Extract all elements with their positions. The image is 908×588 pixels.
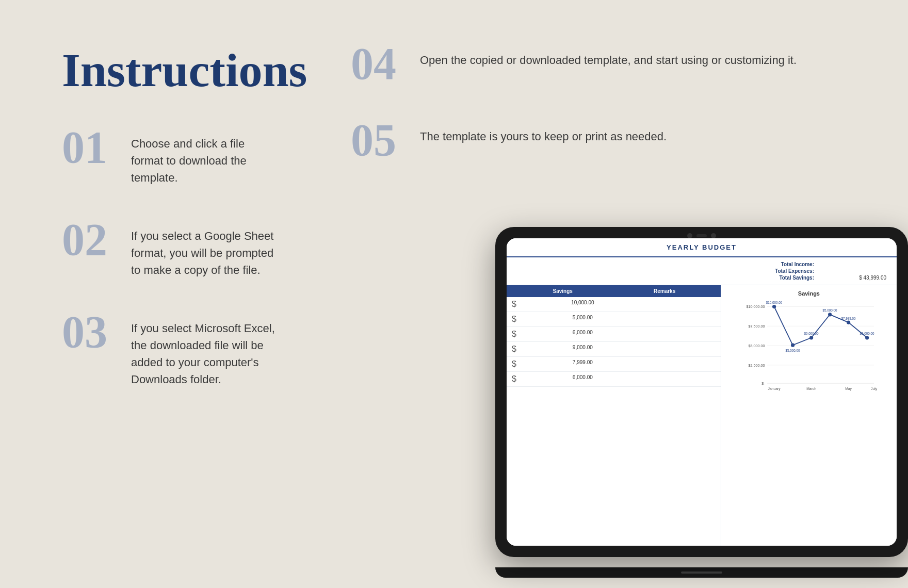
dollar-sign: $ xyxy=(512,300,539,309)
col-header-remarks: Remarks xyxy=(613,288,715,294)
step-2-number: 02 xyxy=(62,217,119,263)
step-2-text: If you select a Google Sheet format, you… xyxy=(131,217,279,279)
savings-chart-svg: $10,000.00 $7,500.00 $5,000.00 $2,500.00… xyxy=(726,300,891,393)
savings-value: $ 43,999.00 xyxy=(835,275,886,281)
home-indicator xyxy=(681,571,722,574)
svg-point-15 xyxy=(865,336,869,339)
dollar-sign: $ xyxy=(512,330,539,339)
step-3-text: If you select Microsoft Excel, the downl… xyxy=(131,309,279,388)
sheet-summary: Total Income: Total Expenses: Total Savi… xyxy=(507,257,897,285)
summary-row-expenses: Total Expenses: xyxy=(752,268,886,274)
tablet-mic xyxy=(696,234,707,237)
step-4: 04 Open the copied or downloaded templat… xyxy=(351,41,867,87)
step-5: 05 The template is yours to keep or prin… xyxy=(351,118,867,163)
chart-section: Savings $10,000.00 $7,500.00 $5,000.00 $… xyxy=(721,285,897,546)
tablet-device: YEARLY BUDGET Total Income: Total Expens… xyxy=(495,237,908,588)
table-row: $ 6,000.00 xyxy=(507,327,721,342)
sheet-body: Savings Remarks $ 10,000.00 xyxy=(507,285,897,546)
table-row: $ 6,000.00 xyxy=(507,372,721,387)
svg-text:$2,500.00: $2,500.00 xyxy=(748,363,765,368)
right-column: 04 Open the copied or downloaded templat… xyxy=(320,0,908,588)
right-top-steps: 04 Open the copied or downloaded templat… xyxy=(351,41,867,163)
svg-text:$5,000.00: $5,000.00 xyxy=(822,308,837,312)
chart-area: $10,000.00 $7,500.00 $5,000.00 $2,500.00… xyxy=(726,300,891,393)
sheet-table-section: Savings Remarks $ 10,000.00 xyxy=(507,285,721,546)
tablet-camera-bar xyxy=(687,233,716,238)
table-row: $ 5,000.00 xyxy=(507,312,721,327)
step-4-text: Open the copied or downloaded template, … xyxy=(420,41,797,69)
amount-2: 5,000.00 xyxy=(539,315,627,324)
page-container: Instructions 01 Choose and click a file … xyxy=(0,0,908,588)
table-row: $ 10,000.00 xyxy=(507,297,721,312)
sheet-table-header: Savings Remarks xyxy=(507,285,721,297)
col-header-savings: Savings xyxy=(512,288,613,294)
svg-point-13 xyxy=(828,313,832,316)
svg-point-14 xyxy=(847,321,850,324)
remark-3 xyxy=(627,330,716,339)
step-5-text: The template is yours to keep or print a… xyxy=(420,118,667,145)
remark-4 xyxy=(627,345,716,354)
remark-6 xyxy=(627,374,716,384)
remark-1 xyxy=(627,300,716,309)
dollar-sign: $ xyxy=(512,345,539,354)
dollar-sign: $ xyxy=(512,315,539,324)
svg-text:$5,000.00: $5,000.00 xyxy=(748,344,765,348)
amount-3: 6,000.00 xyxy=(539,330,627,339)
expenses-label: Total Expenses: xyxy=(752,268,814,274)
svg-text:$7,500.00: $7,500.00 xyxy=(748,324,765,329)
spreadsheet: YEARLY BUDGET Total Income: Total Expens… xyxy=(507,238,897,546)
svg-text:$6,000.00: $6,000.00 xyxy=(860,332,874,335)
step-4-number: 04 xyxy=(351,41,408,87)
svg-text:March: March xyxy=(806,387,816,390)
step-3-number: 03 xyxy=(62,309,119,355)
svg-text:$5,000.00: $5,000.00 xyxy=(785,349,800,352)
svg-text:$7,999.00: $7,999.00 xyxy=(841,317,856,320)
dollar-sign: $ xyxy=(512,374,539,384)
left-column: Instructions 01 Choose and click a file … xyxy=(0,0,320,588)
chart-title: Savings xyxy=(726,290,891,297)
sheet-title: YEARLY BUDGET xyxy=(512,243,891,251)
svg-text:$10,000.00: $10,000.00 xyxy=(766,301,783,304)
step-1-text: Choose and click a file format to downlo… xyxy=(131,125,279,186)
tablet-camera xyxy=(687,233,692,238)
dollar-sign: $ xyxy=(512,360,539,369)
page-title: Instructions xyxy=(62,46,279,94)
sheet-table-body: $ 10,000.00 $ 5,000.00 xyxy=(507,297,721,387)
svg-text:$6,000.00: $6,000.00 xyxy=(804,332,819,335)
step-3: 03 If you select Microsoft Excel, the do… xyxy=(62,309,279,388)
step-1-number: 01 xyxy=(62,125,119,170)
tablet-sensor xyxy=(711,233,716,238)
svg-point-11 xyxy=(791,344,794,347)
step-2: 02 If you select a Google Sheet format, … xyxy=(62,217,279,279)
svg-text:May: May xyxy=(845,387,852,391)
svg-text:January: January xyxy=(768,387,781,391)
amount-4: 9,000.00 xyxy=(539,345,627,354)
remark-2 xyxy=(627,315,716,324)
savings-label: Total Savings: xyxy=(752,275,814,281)
table-row: $ 7,999.00 xyxy=(507,357,721,372)
tablet-screen: YEARLY BUDGET Total Income: Total Expens… xyxy=(507,238,897,546)
svg-point-12 xyxy=(809,336,813,339)
amount-1: 10,000.00 xyxy=(539,300,627,309)
svg-text:$10,000.00: $10,000.00 xyxy=(746,304,765,309)
summary-row-savings: Total Savings: $ 43,999.00 xyxy=(752,275,886,281)
step-1: 01 Choose and click a file format to dow… xyxy=(62,125,279,186)
tablet-bottom-bar xyxy=(495,567,908,578)
svg-text:July: July xyxy=(871,387,878,391)
step-5-number: 05 xyxy=(351,118,408,163)
income-label: Total Income: xyxy=(752,262,814,267)
amount-6: 6,000.00 xyxy=(539,374,627,384)
tablet-body: YEARLY BUDGET Total Income: Total Expens… xyxy=(495,227,908,557)
svg-point-10 xyxy=(772,305,776,308)
remark-5 xyxy=(627,360,716,369)
table-row: $ 9,000.00 xyxy=(507,342,721,357)
svg-text:$-: $- xyxy=(761,381,765,386)
summary-row-income: Total Income: xyxy=(752,262,886,267)
amount-5: 7,999.00 xyxy=(539,360,627,369)
sheet-title-row: YEARLY BUDGET xyxy=(507,238,897,257)
